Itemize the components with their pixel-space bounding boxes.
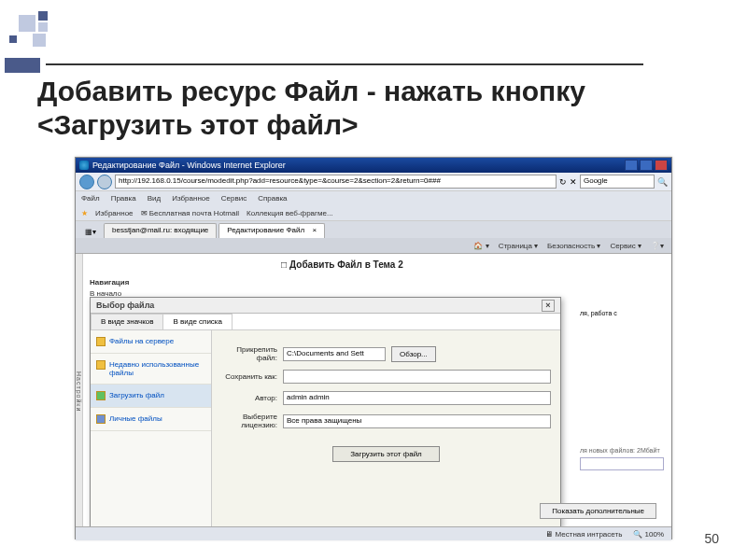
ie-icon <box>79 161 89 170</box>
folder-icon <box>96 360 106 370</box>
menu-tools[interactable]: Сервис <box>221 194 247 203</box>
nav-block-title: Навигация <box>90 278 182 287</box>
settings-sidebar[interactable]: Настройки <box>76 254 83 526</box>
zoom-level[interactable]: 🔍 100% <box>633 530 664 539</box>
search-icon[interactable]: 🔍 <box>657 177 668 187</box>
menu-view[interactable]: Вид <box>148 194 161 203</box>
refresh-icon[interactable]: ↻ <box>559 177 567 187</box>
search-input[interactable]: Google <box>580 175 655 189</box>
slide-decoration <box>5 11 191 72</box>
menu-edit[interactable]: Правка <box>111 194 136 203</box>
saveas-label: Сохранить как: <box>221 372 277 381</box>
browser-tab-editing[interactable]: Редактирование Файл × <box>218 223 325 238</box>
tools-menu[interactable]: Сервис ▾ <box>610 242 641 250</box>
author-input[interactable]: admin admin <box>283 391 551 405</box>
slide-title: Добавить ресурс Файл - нажать кнопку <За… <box>37 75 710 142</box>
license-label: Выберите лицензию: <box>221 413 277 429</box>
repo-upload-file[interactable]: Загрузить файл <box>91 385 211 408</box>
browse-button[interactable]: Обзор... <box>391 346 436 362</box>
back-button[interactable] <box>79 175 94 189</box>
maximize-button[interactable] <box>640 160 653 171</box>
picker-close-icon[interactable]: × <box>542 300 555 312</box>
saveas-input[interactable] <box>283 370 551 384</box>
repo-server-files[interactable]: Файлы на сервере <box>91 330 211 354</box>
page-menu[interactable]: Страница ▾ <box>499 242 538 250</box>
fav-hotmail[interactable]: ✉ Бесплатная почта Hotmail <box>141 209 239 217</box>
command-bar: 🏠 ▾ Страница ▾ Безопасность ▾ Сервис ▾ ❔… <box>76 238 671 254</box>
user-folder-icon <box>96 414 106 424</box>
show-more-button[interactable]: Показать дополнительные <box>540 503 656 519</box>
menu-favorites[interactable]: Избранное <box>172 194 210 203</box>
browser-tabs: ▦▾ besstjan@mail.ru: входящие Редактиров… <box>76 221 671 238</box>
forward-button[interactable] <box>97 175 112 189</box>
favorites-icon[interactable]: ★ <box>81 209 88 217</box>
upload-submit-button[interactable]: Загрузить этот файл <box>332 446 440 462</box>
repo-private-files[interactable]: Личные файлы <box>91 408 211 431</box>
picker-form: Прикрепить файл: C:\Documents and Sett О… <box>212 330 560 526</box>
author-label: Автор: <box>221 394 277 402</box>
security-zone: 🖥 Местная интрасеть <box>545 530 622 539</box>
folder-icon <box>96 337 106 346</box>
favorites-label[interactable]: Избранное <box>95 209 134 217</box>
tab-close-icon[interactable]: × <box>312 226 317 234</box>
fav-gallery[interactable]: Коллекция веб-фрагме... <box>247 209 333 217</box>
right-fragment: ля, работа с ля новых файлов: 2Мбайт <box>580 310 664 470</box>
menu-help[interactable]: Справка <box>258 194 287 203</box>
status-bar: 🖥 Местная интрасеть 🔍 100% <box>76 526 671 540</box>
attach-label: Прикрепить файл: <box>221 345 277 362</box>
minimize-button[interactable] <box>625 160 638 171</box>
browser-tab-mail[interactable]: besstjan@mail.ru: входящие <box>104 223 217 238</box>
slide-page-number: 50 <box>704 531 719 546</box>
attach-input[interactable]: C:\Documents and Sett <box>283 347 386 361</box>
security-menu[interactable]: Безопасность ▾ <box>547 242 600 250</box>
browser-window: Редактирование Файл - Windows Internet E… <box>75 157 672 539</box>
window-title: Редактирование Файл - Windows Internet E… <box>92 161 286 170</box>
close-button[interactable] <box>655 160 668 171</box>
view-icons-tab[interactable]: В виде значков <box>91 314 163 329</box>
menu-bar: Файл Правка Вид Избранное Сервис Справка <box>76 191 671 205</box>
license-select[interactable]: Все права защищены <box>283 414 551 428</box>
address-bar-row: http://192.168.0.15/course/modedit.php?a… <box>76 173 671 191</box>
tab-list-icon[interactable]: ▦▾ <box>79 226 102 238</box>
picker-sidebar: Файлы на сервере Недавно использованные … <box>91 330 212 526</box>
picker-title: Выбор файла <box>96 301 154 310</box>
menu-file[interactable]: Файл <box>81 194 100 203</box>
home-button[interactable]: 🏠 ▾ <box>473 242 488 250</box>
file-picker-dialog: Выбор файла × В виде значков В виде спис… <box>90 297 561 526</box>
url-input[interactable]: http://192.168.0.15/course/modedit.php?a… <box>115 175 557 189</box>
window-titlebar: Редактирование Файл - Windows Internet E… <box>76 158 671 173</box>
help-icon[interactable]: ❔▾ <box>651 242 664 250</box>
repo-recent-files[interactable]: Недавно использованные файлы <box>91 354 211 385</box>
stop-icon[interactable]: ✕ <box>570 177 577 187</box>
page-content: Настройки Добавить Файл в Тема 2 Навигац… <box>76 254 671 526</box>
view-list-tab[interactable]: В виде списка <box>162 314 233 329</box>
page-heading: Добавить Файл в Тема 2 <box>281 259 403 270</box>
favorites-bar: ★ Избранное ✉ Бесплатная почта Hotmail К… <box>76 205 671 221</box>
upload-icon <box>96 391 106 400</box>
